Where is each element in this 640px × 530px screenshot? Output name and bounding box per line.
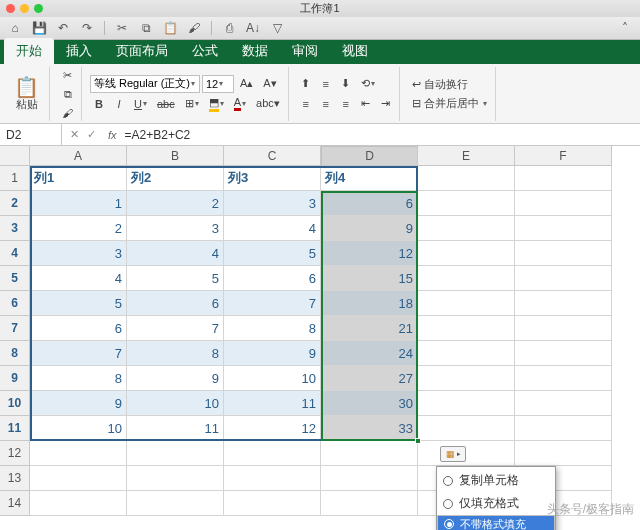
cell[interactable]: 11 — [127, 416, 224, 441]
cell[interactable] — [418, 366, 515, 391]
cell[interactable]: 7 — [127, 316, 224, 341]
row-header[interactable]: 8 — [0, 341, 30, 366]
cell[interactable]: 6 — [30, 316, 127, 341]
cell[interactable]: 6 — [321, 191, 418, 216]
cell[interactable]: 1 — [30, 191, 127, 216]
border-button[interactable]: ⊞▾ — [181, 95, 203, 113]
cell[interactable]: 列4 — [321, 166, 418, 191]
tab-home[interactable]: 开始 — [4, 38, 54, 64]
cell[interactable]: 4 — [127, 241, 224, 266]
expand-ribbon-icon[interactable]: ˄ — [618, 21, 632, 35]
row-header[interactable]: 4 — [0, 241, 30, 266]
cut-icon[interactable]: ✂ — [115, 21, 129, 35]
cell[interactable]: 5 — [224, 241, 321, 266]
select-all-corner[interactable] — [0, 146, 30, 166]
home-icon[interactable]: ⌂ — [8, 21, 22, 35]
cell[interactable]: 9 — [224, 341, 321, 366]
save-icon[interactable]: 💾 — [32, 21, 46, 35]
col-header-f[interactable]: F — [515, 146, 612, 166]
font-select[interactable]: 等线 Regular (正文)▾ — [90, 75, 200, 93]
cell[interactable]: 9 — [127, 366, 224, 391]
row-header[interactable]: 3 — [0, 216, 30, 241]
align-middle-button[interactable]: ≡ — [317, 75, 335, 93]
cell[interactable]: 5 — [127, 266, 224, 291]
cell[interactable] — [418, 266, 515, 291]
cell[interactable] — [418, 391, 515, 416]
italic-button[interactable]: I — [110, 95, 128, 113]
cell[interactable]: 18 — [321, 291, 418, 316]
cell[interactable]: 8 — [30, 366, 127, 391]
undo-icon[interactable]: ↶ — [56, 21, 70, 35]
cell[interactable]: 列1 — [30, 166, 127, 191]
cell[interactable] — [418, 341, 515, 366]
orientation-button[interactable]: ⟲▾ — [357, 75, 379, 93]
increase-indent-button[interactable]: ⇥ — [377, 95, 395, 113]
cell[interactable]: 6 — [127, 291, 224, 316]
fill-color-button[interactable]: ⬒▾ — [205, 95, 228, 113]
cell[interactable]: 15 — [321, 266, 418, 291]
align-top-button[interactable]: ⬆ — [297, 75, 315, 93]
cell[interactable]: 10 — [127, 391, 224, 416]
row-header[interactable]: 1 — [0, 166, 30, 191]
cell[interactable] — [127, 441, 224, 466]
cell[interactable] — [321, 466, 418, 491]
cell[interactable] — [418, 191, 515, 216]
cell[interactable]: 列2 — [127, 166, 224, 191]
row-header[interactable]: 14 — [0, 491, 30, 516]
cell[interactable] — [30, 491, 127, 516]
cell[interactable]: 3 — [30, 241, 127, 266]
autofill-copy-cells[interactable]: 复制单元格 — [437, 469, 555, 492]
cell[interactable]: 12 — [224, 416, 321, 441]
cell[interactable]: 列3 — [224, 166, 321, 191]
cell[interactable]: 3 — [224, 191, 321, 216]
align-bottom-button[interactable]: ⬇ — [337, 75, 355, 93]
cell[interactable] — [515, 191, 612, 216]
cell[interactable] — [515, 266, 612, 291]
row-header[interactable]: 10 — [0, 391, 30, 416]
cell[interactable] — [515, 366, 612, 391]
cut-button[interactable]: ✂ — [58, 67, 77, 84]
cell[interactable]: 12 — [321, 241, 418, 266]
autofill-options-button[interactable]: ▦ — [440, 446, 466, 462]
cancel-formula-icon[interactable]: ✕ — [70, 128, 79, 141]
row-header[interactable]: 2 — [0, 191, 30, 216]
cell[interactable]: 5 — [30, 291, 127, 316]
cell[interactable] — [321, 441, 418, 466]
cell[interactable] — [515, 166, 612, 191]
cell[interactable] — [515, 316, 612, 341]
copy-button[interactable]: ⧉ — [58, 86, 77, 103]
align-left-button[interactable]: ≡ — [297, 95, 315, 113]
cell[interactable] — [515, 291, 612, 316]
cell[interactable] — [515, 341, 612, 366]
tab-data[interactable]: 数据 — [230, 38, 280, 64]
cell[interactable]: 30 — [321, 391, 418, 416]
redo-icon[interactable]: ↷ — [80, 21, 94, 35]
cell[interactable] — [515, 416, 612, 441]
cell[interactable]: 9 — [321, 216, 418, 241]
row-header[interactable]: 7 — [0, 316, 30, 341]
col-header-e[interactable]: E — [418, 146, 515, 166]
fx-icon[interactable]: fx — [104, 129, 121, 141]
cell[interactable]: 27 — [321, 366, 418, 391]
cell[interactable]: 10 — [224, 366, 321, 391]
cell[interactable] — [224, 441, 321, 466]
col-header-a[interactable]: A — [30, 146, 127, 166]
strike-button[interactable]: abc — [153, 95, 179, 113]
fill-handle[interactable] — [415, 438, 421, 444]
accept-formula-icon[interactable]: ✓ — [87, 128, 96, 141]
cell[interactable]: 2 — [30, 216, 127, 241]
row-header[interactable]: 13 — [0, 466, 30, 491]
decrease-indent-button[interactable]: ⇤ — [357, 95, 375, 113]
cell[interactable] — [127, 491, 224, 516]
cell[interactable] — [127, 466, 224, 491]
tab-review[interactable]: 审阅 — [280, 38, 330, 64]
font-color-button[interactable]: A▾ — [230, 95, 250, 113]
filter-icon[interactable]: ▽ — [270, 21, 284, 35]
cell[interactable]: 9 — [30, 391, 127, 416]
cell[interactable] — [321, 491, 418, 516]
close-icon[interactable] — [6, 4, 15, 13]
cell[interactable]: 6 — [224, 266, 321, 291]
cell[interactable]: 10 — [30, 416, 127, 441]
tab-layout[interactable]: 页面布局 — [104, 38, 180, 64]
underline-button[interactable]: U▾ — [130, 95, 151, 113]
